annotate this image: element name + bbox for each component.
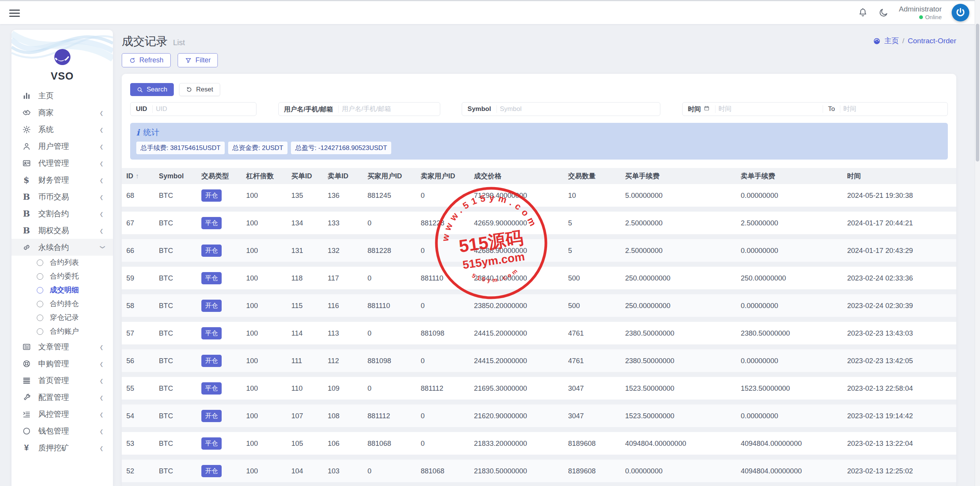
- user-name: Administrator: [899, 5, 942, 14]
- filter-button[interactable]: Filter: [178, 53, 218, 67]
- sidebar-item-finance-manage[interactable]: $财务管理‹: [11, 171, 113, 188]
- sidebar-subitem-contract-list[interactable]: 合约列表: [11, 256, 113, 269]
- hamburger-menu-icon[interactable]: [9, 8, 20, 18]
- cell-id: 56: [122, 357, 154, 365]
- sidebar-item-staking-mining[interactable]: ¥质押挖矿‹: [11, 439, 113, 456]
- column-header-sell_id: 卖单ID: [323, 171, 363, 181]
- sidebar-item-options-trade[interactable]: B期权交易‹: [11, 222, 113, 239]
- sidebar-item-spot-trade[interactable]: B币币交易‹: [11, 188, 113, 205]
- cell-sell_id: 113: [323, 329, 363, 338]
- cell-price: 21620.90000000: [469, 412, 564, 420]
- column-header-seller_uid: 卖家用户ID: [416, 171, 469, 181]
- trade-type-badge: 开仓: [201, 245, 222, 257]
- sidebar-item-system[interactable]: 系统‹: [11, 121, 113, 138]
- sidebar-item-delivery-contract[interactable]: B交割合约‹: [11, 205, 113, 222]
- breadcrumb-separator: /: [902, 37, 904, 45]
- bell-icon[interactable]: [858, 7, 868, 18]
- sidebar-item-perpetual-contract[interactable]: 永续合约‹: [11, 239, 113, 256]
- breadcrumb-current[interactable]: Contract-Order: [908, 37, 956, 45]
- sidebar-item-merchant[interactable]: 商家‹: [11, 104, 113, 121]
- column-header-buy_id: 买单ID: [287, 171, 323, 181]
- sidebar-item-wallet-manage[interactable]: 钱包管理‹: [11, 422, 113, 439]
- column-header-sell_fee: 卖单手续费: [736, 171, 843, 181]
- time-input[interactable]: [715, 105, 823, 113]
- cell-buy_id: 134: [287, 219, 323, 227]
- cell-type: 开仓: [197, 465, 242, 477]
- newspaper-icon: [21, 342, 31, 351]
- cell-symbol: BTC: [154, 219, 197, 227]
- brand-logo: VSO: [11, 30, 113, 82]
- cell-buy_fee: 250.00000000: [621, 274, 736, 282]
- sidebar-item-subscribe-manage[interactable]: 申购管理‹: [11, 355, 113, 372]
- cell-price: 24415.20000000: [469, 329, 564, 338]
- dark-mode-moon-icon[interactable]: [878, 7, 889, 18]
- cell-symbol: BTC: [154, 439, 197, 448]
- reset-button[interactable]: Reset: [179, 83, 220, 96]
- cell-seller_uid: 881098: [416, 329, 469, 338]
- table-row: 58BTC开仓100115116881110023850.20000000500…: [122, 294, 956, 322]
- cell-qty: 4761: [564, 357, 621, 365]
- column-header-id[interactable]: ID↑: [122, 172, 154, 180]
- chevron-left-icon: ‹: [100, 157, 103, 169]
- cell-buy_id: 107: [287, 412, 323, 420]
- table-row: 54BTC开仓100107108881112021620.90000000304…: [122, 404, 956, 432]
- cell-price: 21830.50000000: [469, 467, 564, 475]
- chevron-left-icon: ‹: [100, 391, 103, 403]
- filter-icon: [185, 57, 192, 64]
- sidebar-item-user-manage[interactable]: 用户管理‹: [11, 138, 113, 155]
- cell-leverage: 100: [242, 467, 287, 475]
- sidebar-item-config-manage[interactable]: 配置管理‹: [11, 389, 113, 406]
- cell-symbol: BTC: [154, 467, 197, 475]
- search-button[interactable]: Search: [130, 83, 174, 96]
- sidebar-item-agent-manage[interactable]: 代理管理‹: [11, 155, 113, 171]
- cell-buyer_uid: 881068: [363, 439, 416, 448]
- sidebar-subitem-contract-orders[interactable]: 合约委托: [11, 269, 113, 283]
- cell-sell_fee: 0.00000000: [736, 302, 843, 310]
- bitcoin-icon: B: [21, 209, 31, 218]
- chevron-left-icon: ‹: [100, 224, 103, 236]
- cell-sell_id: 132: [323, 246, 363, 255]
- uid-input[interactable]: [153, 105, 256, 113]
- cell-qty: 8189608: [564, 467, 621, 475]
- gear-icon: [21, 125, 31, 134]
- sidebar-item-homepage-manage[interactable]: 首页管理‹: [11, 372, 113, 389]
- time-end-input[interactable]: [840, 105, 947, 113]
- trade-type-badge: 开仓: [201, 300, 222, 312]
- chevron-left-icon: ‹: [100, 357, 103, 370]
- user-block[interactable]: Administrator Online: [899, 5, 942, 21]
- cell-id: 52: [122, 467, 154, 475]
- refresh-button[interactable]: Refresh: [122, 53, 171, 67]
- reset-icon: [186, 86, 193, 93]
- avatar[interactable]: [952, 4, 969, 21]
- stat-badge: 总手续费: 381754615USDT: [136, 142, 225, 154]
- cell-time: 2023-02-13 22:58:04: [843, 384, 956, 393]
- username-field-label: 用户名/手机/邮箱: [279, 105, 338, 114]
- column-header-time: 时间: [843, 171, 956, 181]
- cell-id: 54: [122, 412, 154, 420]
- page-scrollbar[interactable]: [975, 0, 980, 486]
- sidebar-item-label: 文章管理: [38, 342, 69, 352]
- cell-qty: 500: [564, 274, 621, 282]
- sidebar-item-article-manage[interactable]: 文章管理‹: [11, 338, 113, 355]
- cell-buy_id: 105: [287, 439, 323, 448]
- sidebar-item-risk-manage[interactable]: 风控管理‹: [11, 406, 113, 422]
- cell-buy_id: 111: [287, 357, 323, 365]
- sidebar-subitem-label: 合约账户: [50, 326, 79, 336]
- sidebar-subitem-liquidation-records[interactable]: 穿仓记录: [11, 311, 113, 325]
- cell-sell_fee: 4094804.00000000: [736, 467, 843, 475]
- cell-time: 2023-02-23 13:42:05: [843, 357, 956, 365]
- sidebar-subitem-contract-positions[interactable]: 合约持仓: [11, 297, 113, 311]
- chevron-left-icon: ‹: [100, 191, 103, 203]
- cell-time: 2023-02-23 13:43:03: [843, 329, 956, 338]
- breadcrumb-home-link[interactable]: 主页: [884, 36, 899, 46]
- scrollbar-thumb[interactable]: [976, 24, 979, 161]
- cell-id: 59: [122, 274, 154, 282]
- symbol-input[interactable]: [497, 105, 660, 113]
- sidebar-subitem-contract-accounts[interactable]: 合约账户: [11, 325, 113, 338]
- sidebar-subitem-label: 合约持仓: [50, 299, 79, 309]
- sidebar-subitem-trade-details[interactable]: 成交明细: [11, 283, 113, 297]
- username-input[interactable]: [339, 105, 440, 113]
- cell-qty: 500: [564, 302, 621, 310]
- sidebar-item-home[interactable]: 主页: [11, 87, 113, 104]
- dashboard-icon: [873, 37, 881, 45]
